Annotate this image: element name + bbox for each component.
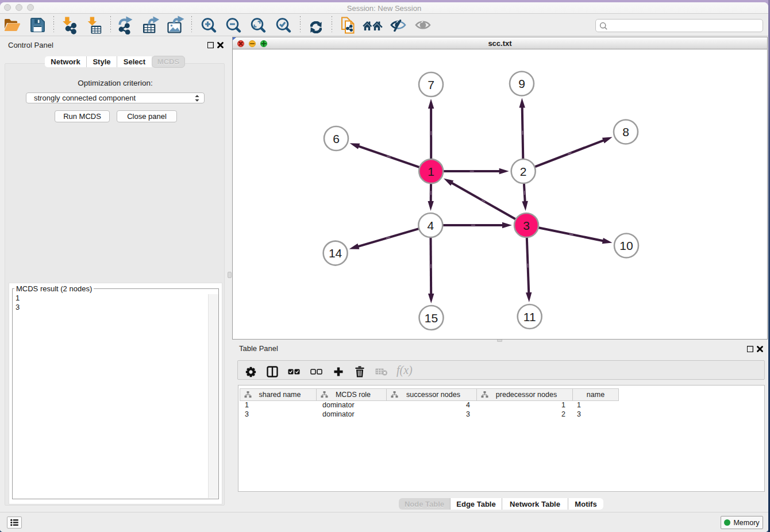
svg-text:3: 3 xyxy=(523,219,530,232)
svg-text:9: 9 xyxy=(518,77,525,90)
svg-text:11: 11 xyxy=(523,310,536,323)
svg-text:1: 1 xyxy=(428,165,434,178)
svg-text:6: 6 xyxy=(333,132,340,145)
svg-text:2: 2 xyxy=(520,165,527,178)
svg-text:7: 7 xyxy=(428,78,434,91)
svg-text:4: 4 xyxy=(427,219,434,232)
svg-text:10: 10 xyxy=(619,239,633,252)
svg-text:15: 15 xyxy=(425,311,438,325)
svg-text:8: 8 xyxy=(622,125,629,138)
svg-text:14: 14 xyxy=(329,246,342,260)
